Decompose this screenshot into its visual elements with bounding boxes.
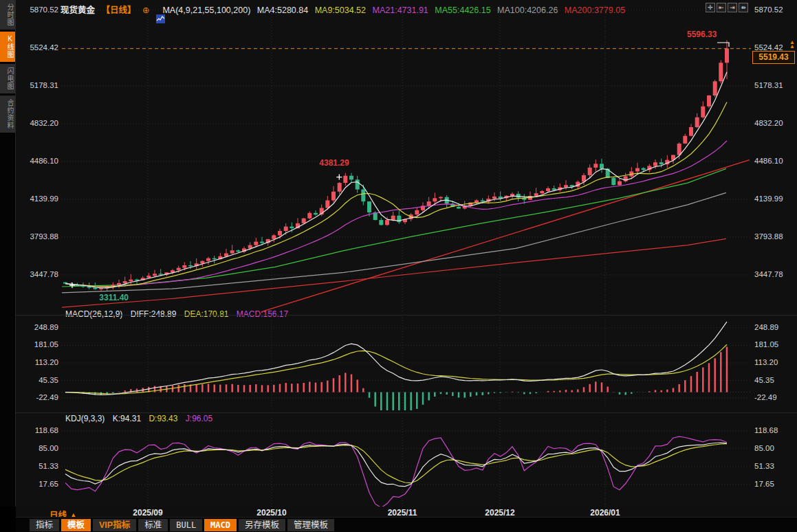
macd-diff-value: DIFF:248.89 xyxy=(131,309,177,319)
tab-macd[interactable]: MACD xyxy=(204,519,237,531)
panel-divider[interactable] xyxy=(16,412,797,413)
axis-label: 45.35 xyxy=(754,376,774,384)
macd-title[interactable]: MACD(26,12,9) xyxy=(65,309,122,319)
corner-spacer xyxy=(0,507,16,532)
trading-app-window: 分时图 K线图 闪电图 合约资料 现货黄金 【日线】 ⊕ MA(4,9,21,5… xyxy=(0,0,797,532)
axis-label: 4139.99 xyxy=(754,195,783,203)
axis-label: 51.33 xyxy=(19,462,58,470)
axis-label: 5178.31 xyxy=(754,81,783,89)
axis-label: 5870.52 xyxy=(754,5,783,14)
tab-vip-indicators[interactable]: VIP指标 xyxy=(93,519,136,531)
macd-hist-value: MACD:156.17 xyxy=(237,309,288,319)
axis-label: 5870.52 xyxy=(19,5,58,14)
axis-label: -22.49 xyxy=(754,393,777,401)
axis-label: 4486.10 xyxy=(754,157,783,165)
timeline-tick: 2025/09 xyxy=(127,508,168,518)
kdj-d-value: D:93.43 xyxy=(149,414,177,423)
axis-label: 17.65 xyxy=(754,480,774,488)
panel-divider[interactable] xyxy=(16,315,797,315)
kdj-panel[interactable] xyxy=(62,418,751,507)
axis-label: 248.89 xyxy=(19,323,58,331)
kdj-title[interactable]: KDJ(9,3,3) xyxy=(65,414,105,423)
timeline-tick: 2025/11 xyxy=(382,508,423,518)
high-price-annotation: 5596.33 xyxy=(687,30,717,39)
axis-label: 3793.88 xyxy=(754,232,783,241)
axis-label: 5524.42 xyxy=(19,43,58,52)
axis-label: 3447.78 xyxy=(19,270,58,278)
axis-label: 85.00 xyxy=(19,444,58,452)
axis-label: 113.20 xyxy=(754,358,778,366)
peak-price-annotation: 4381.29 xyxy=(319,158,349,168)
sidebar: 分时图 K线图 闪电图 合约资料 xyxy=(0,0,16,532)
tab-manage-templates[interactable]: 管理模板 xyxy=(287,519,334,531)
axis-label: -22.49 xyxy=(19,393,58,401)
macd-dea-value: DEA:170.81 xyxy=(184,309,229,319)
tab-bull[interactable]: BULL xyxy=(170,519,202,531)
timeline-tick: 2026/01 xyxy=(585,508,626,518)
axis-label: 181.05 xyxy=(19,340,58,348)
tab-save-template[interactable]: 另存模板 xyxy=(239,519,285,531)
macd-header: MACD(26,12,9) DIFF:248.89 DEA:170.81 MAC… xyxy=(65,309,294,319)
tab-indicators[interactable]: 指标 xyxy=(30,519,59,531)
sidebar-item-timeshare-chart[interactable]: 分时图 xyxy=(0,0,15,30)
sidebar-item-kline-chart[interactable]: K线图 xyxy=(0,32,15,62)
candlestick-panel[interactable] xyxy=(62,5,751,313)
kdj-header: KDJ(9,3,3) K:94.31 D:93.43 J:96.05 xyxy=(65,414,218,423)
kdj-j-value: J:96.05 xyxy=(186,414,212,423)
axis-label: 17.65 xyxy=(19,480,58,488)
axis-label: 4486.10 xyxy=(19,157,58,165)
axis-label: 118.68 xyxy=(754,426,778,434)
axis-label: 51.33 xyxy=(754,462,774,470)
timeline-tick: 2025/12 xyxy=(479,508,521,518)
axis-label: 113.20 xyxy=(19,358,58,366)
timeline-tick: 2025/10 xyxy=(251,508,292,518)
low-price-annotation: 3311.40 xyxy=(99,293,129,302)
bottom-tabbar: 指标 模板 VIP指标 标准 BULL MACD 另存模板 管理模板 xyxy=(16,517,797,532)
axis-label: 5524.42 xyxy=(754,43,783,52)
sidebar-item-contract-info[interactable]: 合约资料 xyxy=(0,96,15,133)
kdj-k-value: K:94.31 xyxy=(113,414,141,423)
tab-standard[interactable]: 标准 xyxy=(138,519,168,531)
tab-templates[interactable]: 模板 xyxy=(61,519,91,531)
sidebar-item-lightning-chart[interactable]: 闪电图 xyxy=(0,64,15,93)
axis-label: 3793.88 xyxy=(19,232,58,241)
axis-label: 85.00 xyxy=(754,444,774,452)
axis-label: 118.68 xyxy=(19,426,58,434)
macd-panel[interactable] xyxy=(62,318,751,410)
axis-label: 45.35 xyxy=(19,376,58,384)
axis-label: 4139.99 xyxy=(19,195,58,203)
axis-label: 181.05 xyxy=(754,340,778,348)
axis-label: 4832.20 xyxy=(754,119,783,127)
scroll-up-arrows-icon[interactable]: ▲▲ xyxy=(789,41,795,49)
axis-label: 5178.31 xyxy=(19,81,58,89)
axis-label: 3447.78 xyxy=(754,270,783,278)
axis-label: 4832.20 xyxy=(19,119,58,127)
last-price-tag: 5519.43 xyxy=(752,51,795,64)
axis-label: 248.89 xyxy=(754,323,778,331)
